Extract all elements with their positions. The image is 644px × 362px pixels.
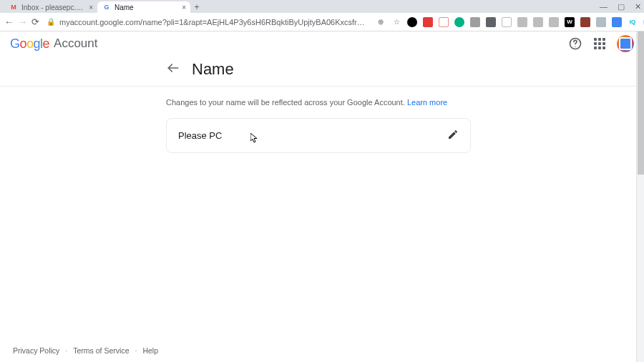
window-controls: — ▢ ✕ <box>600 0 641 13</box>
google-logo-text: Google <box>10 36 49 52</box>
extension-icon[interactable] <box>596 17 606 27</box>
extension-icon[interactable]: W <box>565 17 575 27</box>
account-avatar[interactable] <box>617 35 634 52</box>
extension-icon[interactable] <box>439 17 449 27</box>
account-label: Account <box>54 36 97 51</box>
new-tab-button[interactable]: + <box>190 1 203 13</box>
browser-tab-inbox[interactable]: M Inbox - pleasepc.com@gmail.co × <box>4 1 97 13</box>
google-favicon-icon: G <box>103 4 110 11</box>
page-description: Changes to your name will be reflected a… <box>166 98 472 107</box>
extension-icon[interactable] <box>612 17 622 27</box>
toolbar-icons: ⊕ ☆ W IQ P Paused ⋮ <box>376 16 644 29</box>
browser-toolbar: ← → ⟳ 🔒 myaccount.google.com/name?pli=1&… <box>0 13 644 31</box>
name-card[interactable]: Please PC <box>166 118 471 153</box>
gmail-favicon-icon: M <box>10 4 17 11</box>
tab-close-icon[interactable]: × <box>89 4 93 11</box>
privacy-policy-link[interactable]: Privacy Policy <box>13 346 59 355</box>
tab-title: Inbox - pleasepc.com@gmail.co <box>21 4 84 11</box>
app-header: Google Account <box>0 31 644 56</box>
window-close-icon[interactable]: ✕ <box>635 2 641 11</box>
terms-of-service-link[interactable]: Terms of Service <box>73 346 129 355</box>
footer-separator: · <box>135 346 137 355</box>
browser-tab-name[interactable]: G Name × <box>97 1 190 13</box>
edit-pencil-icon[interactable] <box>447 129 459 142</box>
help-icon[interactable] <box>568 36 582 51</box>
help-link[interactable]: Help <box>142 346 158 355</box>
extension-icon[interactable] <box>423 17 433 27</box>
extension-icon[interactable] <box>470 17 480 27</box>
footer-separator: · <box>65 346 67 355</box>
scrollbar-thumb[interactable] <box>638 31 644 175</box>
extension-icon[interactable] <box>580 17 590 27</box>
tab-close-icon[interactable]: × <box>182 4 186 11</box>
nav-forward-icon: → <box>18 16 27 27</box>
nav-reload-icon[interactable]: ⟳ <box>31 16 39 27</box>
google-apps-icon[interactable] <box>592 36 607 51</box>
back-arrow-icon[interactable] <box>166 61 180 79</box>
url-text: myaccount.google.com/name?pli=1&rapt=AEj… <box>59 18 367 26</box>
extension-icon[interactable] <box>517 17 527 27</box>
learn-more-link[interactable]: Learn more <box>407 98 447 107</box>
vertical-scrollbar[interactable] <box>636 31 644 362</box>
extension-icon[interactable]: IQ <box>628 17 638 27</box>
google-account-logo[interactable]: Google Account <box>10 36 98 52</box>
extension-icon[interactable] <box>502 17 512 27</box>
extension-icon[interactable] <box>486 17 496 27</box>
nav-back-icon[interactable]: ← <box>4 16 14 27</box>
browser-tab-strip: M Inbox - pleasepc.com@gmail.co × G Name… <box>0 0 644 13</box>
page-body: Changes to your name will be reflected a… <box>0 87 472 153</box>
svg-point-1 <box>575 47 575 47</box>
bookmark-star-icon[interactable]: ☆ <box>391 17 401 27</box>
extension-icon[interactable] <box>549 17 559 27</box>
extension-icon[interactable] <box>533 17 543 27</box>
window-maximize-icon[interactable]: ▢ <box>618 2 625 11</box>
tab-title: Name <box>114 4 177 11</box>
window-minimize-icon[interactable]: — <box>600 2 608 11</box>
extension-icon[interactable] <box>454 17 464 27</box>
page-title: Name <box>192 60 234 79</box>
extension-icon[interactable] <box>407 17 417 27</box>
page-title-row: Name <box>0 56 644 87</box>
name-value: Please PC <box>178 130 222 141</box>
description-text: Changes to your name will be reflected a… <box>166 98 407 107</box>
page-footer: Privacy Policy · Terms of Service · Help <box>13 346 158 355</box>
lock-icon: 🔒 <box>47 18 55 26</box>
zoom-icon[interactable]: ⊕ <box>376 17 386 27</box>
address-bar[interactable]: 🔒 myaccount.google.com/name?pli=1&rapt=A… <box>47 18 367 26</box>
